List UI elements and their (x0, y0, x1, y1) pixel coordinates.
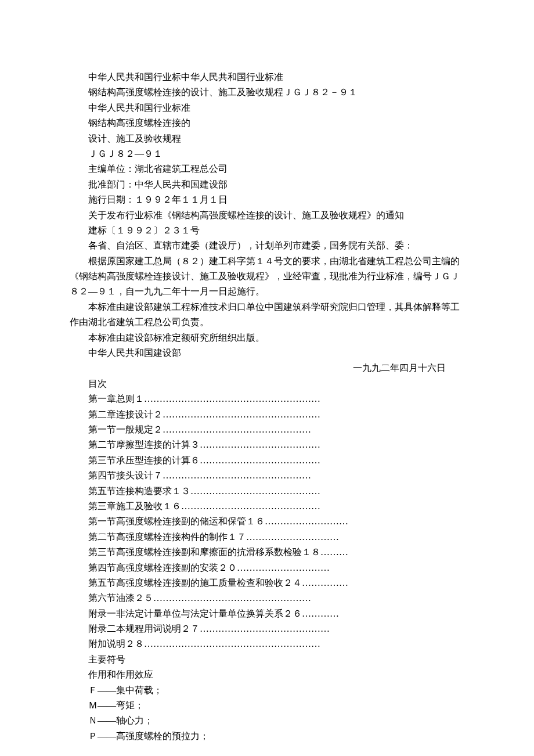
toc-entry: 第四节高强度螺栓连接副的安装２０………………………… (70, 560, 464, 575)
issue-date: 一九九二年四月十六日 (70, 361, 464, 376)
toc-entry: 第一节一般规定２………………………………………… (70, 422, 464, 437)
subject-line-2: 设计、施工及验收规程 (70, 131, 464, 146)
approval-dept: 批准部门：中华人民共和国建设部 (70, 177, 464, 192)
symbols-heading: 主要符号 (70, 652, 464, 667)
symbol-m: Ｍ——弯矩； (70, 698, 464, 713)
symbol-f: Ｆ——集中荷载； (70, 683, 464, 698)
symbols-subheading: 作用和作用效应 (70, 667, 464, 682)
toc-entry: 第五节连接构造要求１３…………………………………… (70, 484, 464, 499)
effective-date: 施行日期：１９９２年１１月１日 (70, 192, 464, 207)
subject-line-1: 钢结构高强度螺栓连接的 (70, 116, 464, 131)
toc-entry: 第二节摩擦型连接的计算３………………………………… (70, 437, 464, 452)
toc-heading: 目次 (70, 376, 464, 391)
recipients: 各省、自治区、直辖市建委（建设厅），计划单列市建委，国务院有关部、委： (70, 238, 464, 253)
notice-number: 建标〔１９９２〕２３１号 (70, 223, 464, 238)
toc-entry: 第二节高强度螺栓连接构件的制作１７………………………… (70, 530, 464, 545)
notice-body-1: 根据原国家建工总局（８２）建工科字第１４号文的要求，由湖北省建筑工程总公司主编的… (70, 254, 464, 300)
notice-body-2: 本标准由建设部建筑工程标准技术归口单位中国建筑科学研究院归口管理，其具体解释等工… (70, 300, 464, 330)
editor-unit: 主编单位：湖北省建筑工程总公司 (70, 161, 464, 177)
symbol-p: Ｐ——高强度螺栓的预拉力； (70, 729, 464, 744)
symbol-n: Ｎ——轴心力； (70, 713, 464, 728)
toc-entry: 第三节高强度螺栓连接副和摩擦面的抗滑移系数检验１８……… (70, 545, 464, 560)
toc-entry: 第二章连接设计２…………………………………………… (70, 407, 464, 422)
notice-body-3: 本标准由建设部标准定额研究所组织出版。 (70, 330, 464, 345)
toc-entry: 第三章施工及验收１６……………………………………… (70, 499, 464, 514)
toc-entry: 第五节高强度螺栓连接副的施工质量检查和验收２４…………… (70, 575, 464, 591)
standard-code: ＪＧＪ８２—９１ (70, 146, 464, 161)
toc-entry: 附录二本规程用词说明２７…………………………………… (70, 621, 464, 636)
toc-entry: 第一节高强度螺栓连接副的储运和保管１６……………………… (70, 514, 464, 529)
toc-entry: 第四节接头设计７………………………………………… (70, 468, 464, 483)
title-line-1: 中华人民共和国行业标中华人民共和国行业标准 (70, 70, 464, 85)
notice-title: 关于发布行业标准《钢结构高强度螺栓连接的设计、施工及验收规程》的通知 (70, 208, 464, 223)
toc-entry: 第六节油漆２５…………………………………………… (70, 591, 464, 606)
standard-name: 中华人民共和国行业标准 (70, 100, 464, 116)
toc-entry: 第三节承压型连接的计算６………………………………… (70, 453, 464, 468)
toc-entry: 附录一非法定计量单位与法定计量单位换算关系２６………… (70, 606, 464, 621)
issuer: 中华人民共和国建设部 (70, 345, 464, 361)
toc-entry: 附加说明２８………………………………………………… (70, 636, 464, 651)
title-line-2: 钢结构高强度螺栓连接的设计、施工及验收规程ＪＧＪ８２－９１ (70, 85, 464, 100)
table-of-contents: 第一章总则１…………………………………………………第二章连接设计２…………………… (70, 391, 464, 652)
toc-entry: 第一章总则１………………………………………………… (70, 391, 464, 406)
